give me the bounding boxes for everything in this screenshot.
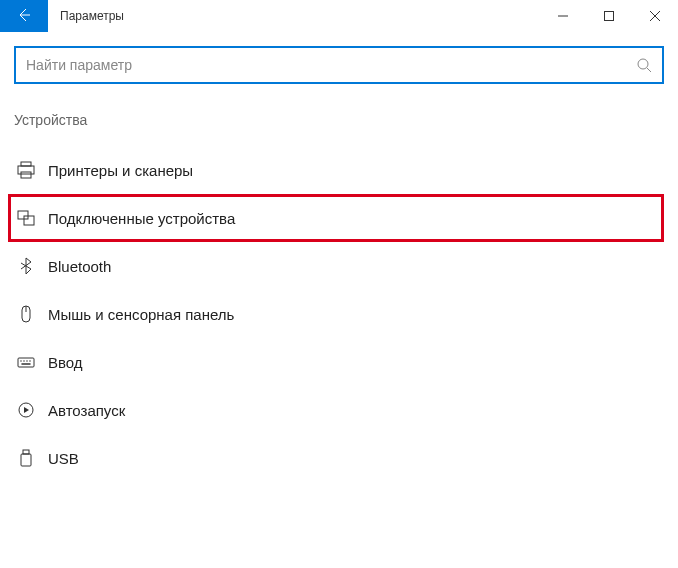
close-button[interactable] xyxy=(632,0,678,32)
titlebar: Параметры xyxy=(0,0,678,32)
svg-rect-2 xyxy=(21,162,31,166)
bluetooth-icon xyxy=(16,256,36,276)
nav-item-label: Мышь и сенсорная панель xyxy=(48,306,234,323)
arrow-left-icon xyxy=(16,7,32,26)
svg-point-1 xyxy=(638,59,648,69)
keyboard-icon xyxy=(16,352,36,372)
svg-rect-8 xyxy=(18,358,34,367)
svg-rect-6 xyxy=(24,216,34,225)
svg-rect-4 xyxy=(21,172,31,178)
nav-item-connected-devices[interactable]: Подключенные устройства xyxy=(8,194,664,242)
svg-rect-10 xyxy=(23,450,29,454)
search-box[interactable] xyxy=(14,46,664,84)
close-icon xyxy=(650,8,660,24)
back-button[interactable] xyxy=(0,0,48,32)
printer-icon xyxy=(16,160,36,180)
nav-item-label: Подключенные устройства xyxy=(48,210,235,227)
nav-list: Принтеры и сканеры Подключенные устройст… xyxy=(14,146,664,482)
usb-icon xyxy=(16,448,36,468)
mouse-icon xyxy=(16,304,36,324)
content-area: Устройства Принтеры и сканеры Подключенн… xyxy=(0,32,678,482)
nav-item-autoplay[interactable]: Автозапуск xyxy=(14,386,664,434)
svg-rect-5 xyxy=(18,211,28,219)
svg-rect-0 xyxy=(605,12,614,21)
maximize-icon xyxy=(604,8,614,24)
connected-icon xyxy=(16,208,36,228)
nav-item-label: Bluetooth xyxy=(48,258,111,275)
section-title: Устройства xyxy=(14,112,664,128)
nav-item-bluetooth[interactable]: Bluetooth xyxy=(14,242,664,290)
maximize-button[interactable] xyxy=(586,0,632,32)
minimize-button[interactable] xyxy=(540,0,586,32)
window-controls xyxy=(540,0,678,32)
nav-item-mouse[interactable]: Мышь и сенсорная панель xyxy=(14,290,664,338)
nav-item-label: USB xyxy=(48,450,79,467)
svg-rect-11 xyxy=(21,454,31,466)
nav-item-usb[interactable]: USB xyxy=(14,434,664,482)
nav-item-printers[interactable]: Принтеры и сканеры xyxy=(14,146,664,194)
search-input[interactable] xyxy=(26,57,636,73)
nav-item-label: Принтеры и сканеры xyxy=(48,162,193,179)
search-icon xyxy=(636,57,652,73)
minimize-icon xyxy=(558,8,568,24)
nav-item-label: Автозапуск xyxy=(48,402,125,419)
window-title: Параметры xyxy=(48,0,540,32)
nav-item-label: Ввод xyxy=(48,354,83,371)
nav-item-typing[interactable]: Ввод xyxy=(14,338,664,386)
autoplay-icon xyxy=(16,400,36,420)
svg-rect-3 xyxy=(18,166,34,174)
